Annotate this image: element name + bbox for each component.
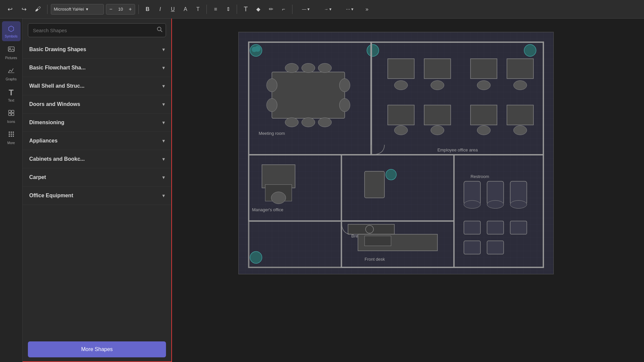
category-item-basic-flowchart[interactable]: Basic Flowchart Sha... ▾ [23,59,171,77]
category-item-appliances[interactable]: Appliances ▾ [23,132,171,150]
expand-toolbar-button[interactable]: » [362,4,372,15]
svg-point-35 [255,46,261,52]
font-size-decrease-button[interactable]: − [106,4,116,15]
chevron-down-icon: ▾ [162,193,165,198]
category-label: Basic Drawing Shapes [29,46,86,52]
svg-point-27 [285,63,298,73]
category-label: Doors and Windows [29,101,80,107]
category-item-doors-windows[interactable]: Doors and Windows ▾ [23,95,171,114]
italic-button[interactable]: I [155,4,165,15]
sidebar-item-graphs[interactable]: Graphs [2,64,21,84]
style-dropdown-button[interactable]: — ▾ [296,4,316,15]
svg-rect-22 [272,72,345,119]
main-area: ⬡ Symbols Pictures Graphs T [0,19,644,362]
svg-rect-4 [12,110,14,113]
svg-point-31 [302,118,315,127]
svg-point-12 [13,134,14,135]
svg-rect-51 [507,105,533,125]
sidebar-item-text[interactable]: T Text [2,85,21,105]
font-size-increase-button[interactable]: + [125,4,135,15]
svg-point-76 [510,201,527,209]
chevron-down-icon: ▾ [162,138,165,143]
svg-rect-68 [364,171,384,198]
svg-point-9 [13,132,14,133]
svg-rect-40 [388,59,414,79]
svg-rect-5 [9,113,11,116]
category-item-wall-shell[interactable]: Wall Shell and Struc... ▾ [23,77,171,95]
search-button[interactable] [157,27,163,34]
sidebar-item-pictures[interactable]: Pictures [2,43,21,62]
more-options-button[interactable]: ⋯ ▾ [340,4,360,15]
category-label: Appliances [29,138,57,144]
sidebar-item-more[interactable]: More [2,128,21,147]
svg-rect-81 [487,241,504,254]
svg-point-13 [9,136,10,137]
text-bg-button[interactable]: T [193,4,203,15]
svg-point-46 [477,81,490,90]
line-spacing-button[interactable]: ⇕ [223,4,233,15]
sidebar-item-symbols[interactable]: ⬡ Symbols [2,21,21,41]
floorplan-container: Meeting room [238,32,554,274]
svg-rect-50 [470,105,497,125]
svg-point-8 [11,132,12,133]
font-size-control: − 10 + [106,4,135,15]
bold-button[interactable]: B [142,4,153,15]
symbols-icon: ⬡ [8,25,14,33]
text-style-button[interactable]: T [240,4,251,15]
text-icon: T [9,88,14,97]
sidebar-item-icons[interactable]: Icons [2,106,21,126]
toolbar-separator-1 [47,5,47,14]
svg-point-55 [514,126,527,135]
font-family-selector[interactable]: Microsoft YaHei ▾ [51,4,104,15]
chevron-down-icon: ▾ [162,156,165,162]
svg-rect-6 [12,113,14,116]
svg-point-11 [11,134,12,135]
line-color-button[interactable]: ✏ [266,4,276,15]
svg-point-28 [302,63,315,73]
svg-text:Restroom: Restroom [470,174,489,179]
category-item-basic-drawing[interactable]: Basic Drawing Shapes ▾ [23,41,171,59]
undo-button[interactable]: ↩ [4,3,16,15]
svg-text:Meeting room: Meeting room [259,131,285,136]
icons-icon [8,109,15,119]
font-color-button[interactable]: A [180,4,191,15]
underline-button[interactable]: U [167,4,178,15]
graphs-icon [8,67,15,76]
font-size-value: 10 [116,7,125,12]
category-label: Basic Flowchart Sha... [29,65,86,71]
category-item-dimensioning[interactable]: Dimensioning ▾ [23,114,171,132]
svg-rect-79 [510,221,527,234]
connector-button[interactable]: ⌐ [278,4,289,15]
svg-rect-0 [8,47,14,51]
chevron-down-icon: ▾ [162,102,165,107]
canvas-area[interactable]: Meeting room [172,19,644,362]
category-item-office-equipment[interactable]: Office Equipment ▾ [23,187,171,205]
format-painter-button[interactable]: 🖌 [32,3,44,15]
svg-point-30 [285,118,298,127]
category-item-carpet[interactable]: Carpet ▾ [23,168,171,187]
align-button[interactable]: ≡ [210,4,221,15]
category-item-cabinets[interactable]: Cabinets and Bookc... ▾ [23,150,171,168]
svg-point-47 [514,81,527,90]
search-input[interactable] [28,23,166,37]
svg-point-86 [250,251,262,263]
category-label: Carpet [29,174,46,180]
toolbar-separator-2 [138,5,139,14]
category-list: Basic Drawing Shapes ▾ Basic Flowchart S… [23,41,171,337]
arrow-dropdown-button[interactable]: → ▾ [318,4,338,15]
svg-point-39 [524,45,536,56]
svg-rect-43 [507,59,533,79]
svg-point-45 [431,81,444,90]
fill-button[interactable]: ◆ [253,4,264,15]
svg-point-63 [386,169,396,180]
sidebar-item-icons-label: Icons [7,120,15,124]
redo-button[interactable]: ↪ [18,3,30,15]
svg-rect-85 [364,236,391,246]
svg-point-23 [267,79,277,92]
svg-text:Front desk: Front desk [364,257,385,262]
sidebar-item-symbols-label: Symbols [5,35,17,38]
more-shapes-button[interactable]: More Shapes [28,341,166,357]
svg-line-17 [161,30,162,32]
toolbar-separator-3 [206,5,207,14]
toolbar-separator-4 [237,5,237,14]
